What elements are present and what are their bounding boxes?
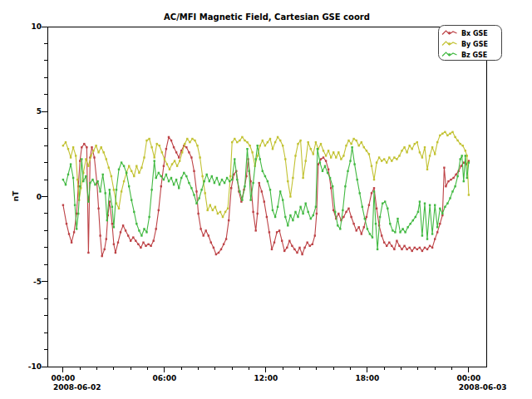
data-point-marker xyxy=(266,216,268,218)
legend-label: By GSE xyxy=(461,41,488,48)
data-point-marker xyxy=(406,249,407,250)
data-point-marker xyxy=(350,143,352,145)
data-point-marker xyxy=(195,190,197,192)
data-point-marker xyxy=(105,192,106,194)
data-point-marker xyxy=(419,200,421,202)
data-point-marker xyxy=(131,170,132,172)
data-point-marker xyxy=(364,218,366,219)
data-point-marker xyxy=(319,161,321,163)
data-point-marker xyxy=(271,249,273,250)
data-point-marker xyxy=(176,165,178,167)
data-point-marker xyxy=(133,211,135,213)
data-point-marker xyxy=(347,208,349,209)
data-point-marker xyxy=(87,165,89,167)
data-point-marker xyxy=(145,245,146,247)
data-point-marker xyxy=(337,213,339,214)
data-point-marker xyxy=(313,153,314,155)
series-line-bx xyxy=(63,137,469,256)
data-point-marker xyxy=(132,236,134,238)
data-point-marker xyxy=(185,146,187,148)
data-point-marker xyxy=(231,141,233,143)
data-point-marker xyxy=(128,165,130,167)
data-point-marker xyxy=(90,155,91,156)
data-point-marker xyxy=(195,203,197,204)
data-point-marker xyxy=(373,187,375,189)
data-point-marker xyxy=(125,229,126,231)
data-point-marker xyxy=(424,203,426,204)
data-point-marker xyxy=(188,151,190,153)
data-point-marker xyxy=(99,234,101,236)
data-point-marker xyxy=(429,245,431,247)
data-point-marker xyxy=(366,150,367,151)
data-point-marker xyxy=(414,247,416,249)
data-point-marker xyxy=(345,211,347,213)
data-point-marker xyxy=(284,158,286,160)
data-point-marker xyxy=(173,146,175,148)
data-point-marker xyxy=(113,226,115,228)
data-point-marker xyxy=(165,174,167,175)
legend[interactable]: Bx GSEBy GSEBz GSE xyxy=(439,26,502,61)
legend-swatch-marker xyxy=(448,32,451,34)
data-point-marker xyxy=(185,175,187,177)
data-point-marker xyxy=(287,180,288,182)
data-point-marker xyxy=(436,231,438,233)
data-point-marker xyxy=(257,145,259,146)
data-point-marker xyxy=(183,172,185,174)
data-point-marker xyxy=(62,145,64,146)
data-point-marker xyxy=(441,133,443,135)
data-point-marker xyxy=(389,223,391,224)
data-point-marker xyxy=(439,223,441,224)
data-point-marker xyxy=(322,170,323,172)
data-point-marker xyxy=(180,177,182,179)
data-point-marker xyxy=(375,223,377,224)
data-point-marker xyxy=(174,160,175,161)
plot-canvas: AC/MFI Magnetic Field, Cartesian GSE coo… xyxy=(0,0,532,399)
data-point-marker xyxy=(449,197,451,199)
data-point-marker xyxy=(91,179,93,180)
data-point-marker xyxy=(403,245,405,247)
data-point-marker xyxy=(155,228,157,229)
data-point-marker xyxy=(262,170,264,172)
data-point-marker xyxy=(145,231,147,233)
data-point-marker xyxy=(431,247,433,249)
data-point-marker xyxy=(369,233,371,234)
data-point-marker xyxy=(378,156,380,158)
data-point-marker xyxy=(352,138,354,140)
data-point-marker xyxy=(120,231,121,233)
data-point-marker xyxy=(421,250,423,252)
data-point-marker xyxy=(252,182,254,184)
data-point-marker xyxy=(393,249,395,250)
data-point-marker xyxy=(391,245,392,247)
data-point-marker xyxy=(103,151,105,153)
data-point-marker xyxy=(140,247,141,249)
data-point-marker xyxy=(439,208,441,209)
data-point-marker xyxy=(67,174,69,175)
data-point-marker xyxy=(286,247,288,249)
data-point-marker xyxy=(391,160,392,161)
data-point-marker xyxy=(224,182,225,184)
data-point-marker xyxy=(450,179,451,180)
data-point-marker xyxy=(246,141,248,143)
data-point-marker xyxy=(373,190,375,192)
data-point-marker xyxy=(446,135,448,136)
data-point-marker xyxy=(228,219,229,221)
data-point-marker xyxy=(150,146,152,148)
data-point-marker xyxy=(344,185,346,187)
data-point-marker xyxy=(67,148,69,150)
data-point-marker xyxy=(323,150,324,151)
data-point-marker xyxy=(175,179,177,180)
data-point-marker xyxy=(327,172,328,174)
data-point-marker xyxy=(101,255,103,257)
data-point-marker xyxy=(452,177,454,179)
data-point-marker xyxy=(376,161,377,163)
data-point-marker xyxy=(189,141,190,143)
data-point-marker xyxy=(466,177,468,179)
data-point-marker xyxy=(284,216,286,218)
plot-area[interactable] xyxy=(47,27,486,367)
data-point-marker xyxy=(320,158,322,160)
data-point-marker xyxy=(251,151,253,153)
data-point-marker xyxy=(173,184,175,185)
data-point-marker xyxy=(367,228,368,229)
data-point-marker xyxy=(118,208,120,209)
data-point-marker xyxy=(454,185,456,187)
